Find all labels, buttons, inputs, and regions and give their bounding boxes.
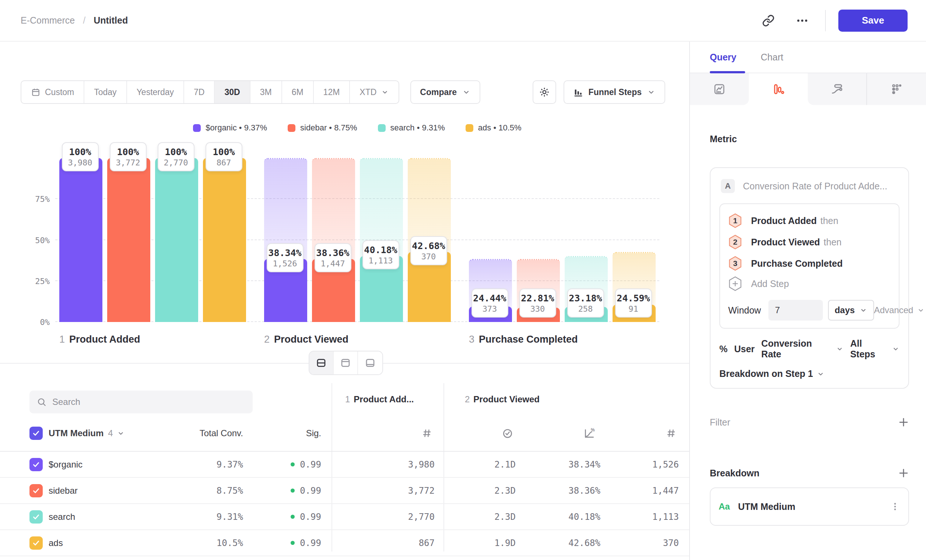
bar-count-label: 3,980 bbox=[64, 158, 97, 168]
advanced-toggle[interactable]: Advanced bbox=[874, 305, 925, 315]
breakdown-property-card[interactable]: Aa UTM Medium bbox=[710, 487, 909, 526]
bar-value-label: 22.81%330 bbox=[519, 289, 556, 318]
funnel-bar-organic-step1[interactable] bbox=[59, 158, 102, 322]
count-column-icon[interactable] bbox=[421, 428, 433, 439]
range-tab-yesterday[interactable]: Yesterday bbox=[127, 81, 184, 103]
row-checkbox[interactable] bbox=[29, 504, 43, 530]
table-row-sidebar[interactable]: sidebar8.75%0.993,7722.3D38.36%1,447 bbox=[0, 478, 689, 504]
legend-label: search • 9.31% bbox=[390, 123, 445, 133]
row-step1-count: 3,772 bbox=[408, 478, 435, 503]
tab-chart[interactable]: Chart bbox=[761, 52, 783, 63]
range-tab-label: 12M bbox=[324, 87, 340, 97]
row-total-conv: 10.5% bbox=[216, 530, 243, 555]
filter-section: Filter bbox=[710, 417, 909, 428]
count-column-icon[interactable] bbox=[666, 428, 676, 439]
conversion-chart-column-icon[interactable]: % bbox=[583, 427, 595, 439]
tab-funnel-chart[interactable] bbox=[749, 73, 808, 105]
table-row-search[interactable]: search9.31%0.992,7702.3D40.18%1,113 bbox=[0, 504, 689, 530]
filter-label: Filter bbox=[710, 417, 731, 428]
window-value-input[interactable] bbox=[769, 300, 823, 321]
funnel-steps-card: 1Product Addedthen2Product Viewedthen3Pu… bbox=[719, 203, 899, 328]
add-breakdown-button[interactable] bbox=[898, 468, 909, 478]
plus-icon bbox=[898, 417, 909, 428]
significance-dot bbox=[291, 489, 295, 493]
chevron-down-icon bbox=[836, 345, 843, 353]
table-row-ads[interactable]: ads10.5%0.998671.9D42.68%370 bbox=[0, 530, 689, 556]
share-link-button[interactable] bbox=[758, 10, 779, 31]
range-tab-30d[interactable]: 30D bbox=[215, 81, 250, 103]
step-number-badge: 2 bbox=[728, 234, 742, 250]
chart-settings-button[interactable] bbox=[533, 80, 556, 104]
add-step-button[interactable]: Add Step bbox=[728, 274, 891, 293]
row-checkbox[interactable] bbox=[29, 478, 43, 503]
measure-select[interactable]: Conversion Rate bbox=[761, 338, 843, 360]
tab-line-chart[interactable] bbox=[690, 73, 749, 105]
legend-item-organic[interactable]: $organic • 9.37% bbox=[193, 123, 267, 133]
legend-label: ads • 10.5% bbox=[478, 123, 522, 133]
range-tab-7d[interactable]: 7D bbox=[184, 81, 215, 103]
entity-label[interactable]: User bbox=[734, 344, 755, 354]
row-step2-pct: 42.68% bbox=[568, 530, 601, 555]
legend-label: sidebar • 8.75% bbox=[300, 123, 357, 133]
range-tab-12m[interactable]: 12M bbox=[314, 81, 350, 103]
step-number-badge: 1 bbox=[728, 213, 742, 229]
steps-scope-select[interactable]: All Steps bbox=[850, 338, 899, 360]
query-step-1[interactable]: 1Product Addedthen bbox=[728, 210, 891, 232]
bar-count-label: 867 bbox=[207, 158, 241, 168]
breadcrumb-app[interactable]: E-Commerce bbox=[21, 15, 75, 26]
legend-item-ads[interactable]: ads • 10.5% bbox=[466, 123, 522, 133]
compare-button[interactable]: Compare bbox=[410, 80, 480, 104]
breakdown-on-select[interactable]: Breakdown on Step 1 bbox=[719, 368, 899, 379]
save-button[interactable]: Save bbox=[838, 9, 908, 32]
row-checkbox[interactable] bbox=[29, 452, 43, 477]
query-step-3[interactable]: 3Purchase Completed bbox=[728, 253, 891, 274]
row-step2-pct: 38.36% bbox=[568, 478, 601, 503]
range-tab-today[interactable]: Today bbox=[84, 81, 127, 103]
tab-flow-chart[interactable] bbox=[808, 73, 867, 105]
table-row-organic[interactable]: $organic9.37%0.993,9802.1D38.34%1,526 bbox=[0, 452, 689, 478]
tab-more-charts[interactable] bbox=[866, 73, 926, 105]
legend-item-sidebar[interactable]: sidebar • 8.75% bbox=[287, 123, 357, 133]
more-options-button[interactable] bbox=[792, 10, 813, 31]
bar-value-label: 24.59%91 bbox=[615, 289, 652, 318]
layout-split-button[interactable] bbox=[309, 351, 334, 374]
hexagon-plus-icon bbox=[728, 276, 742, 291]
chevron-down-icon bbox=[917, 306, 925, 314]
query-step-2[interactable]: 2Product Viewedthen bbox=[728, 232, 891, 253]
sig-header[interactable]: Sig. bbox=[306, 415, 321, 451]
range-tab-xtd[interactable]: XTD bbox=[350, 81, 398, 103]
funnel-bar-ads-step1[interactable] bbox=[203, 158, 246, 322]
breadcrumb-page[interactable]: Untitled bbox=[94, 15, 128, 26]
legend-item-search[interactable]: search • 9.31% bbox=[378, 123, 445, 133]
chevron-down-icon bbox=[381, 88, 389, 96]
funnel-bar-search-step1[interactable] bbox=[155, 158, 198, 322]
search-input[interactable] bbox=[52, 397, 245, 407]
row-checkbox[interactable] bbox=[29, 530, 43, 555]
chart-type-selector[interactable]: Funnel Steps bbox=[564, 80, 665, 104]
query-panel-tabs: Query Chart bbox=[690, 42, 926, 73]
add-filter-button[interactable] bbox=[898, 417, 909, 428]
layout-chart-only-button[interactable] bbox=[334, 351, 358, 374]
table-search[interactable] bbox=[29, 390, 253, 413]
total-conv-header[interactable]: Total Conv. bbox=[200, 415, 243, 451]
breakdown-column-header[interactable]: UTM Medium 4 bbox=[48, 415, 125, 451]
range-tab-custom[interactable]: Custom bbox=[21, 81, 84, 103]
top-view-icon bbox=[340, 357, 351, 368]
layout-table-only-button[interactable] bbox=[358, 351, 382, 374]
legend-swatch bbox=[193, 124, 201, 132]
avg-time-column-icon[interactable] bbox=[502, 427, 513, 439]
tab-query[interactable]: Query bbox=[710, 52, 736, 63]
query-panel: Query Chart Metric A Conversion Rate of … bbox=[689, 42, 926, 560]
row-significance: 0.99 bbox=[291, 530, 321, 555]
window-unit-select[interactable]: days bbox=[828, 300, 874, 321]
select-all-checkbox[interactable] bbox=[29, 415, 43, 451]
range-tab-label: Today bbox=[94, 87, 117, 97]
funnel-bar-sidebar-step1[interactable] bbox=[107, 158, 150, 322]
check-icon bbox=[32, 513, 40, 521]
metric-head[interactable]: A Conversion Rate of Product Adde... bbox=[719, 177, 899, 195]
range-tab-3m[interactable]: 3M bbox=[250, 81, 282, 103]
range-tab-6m[interactable]: 6M bbox=[282, 81, 314, 103]
property-menu-button[interactable] bbox=[890, 501, 900, 512]
row-step1-count: 867 bbox=[419, 530, 435, 555]
check-icon bbox=[32, 487, 40, 495]
